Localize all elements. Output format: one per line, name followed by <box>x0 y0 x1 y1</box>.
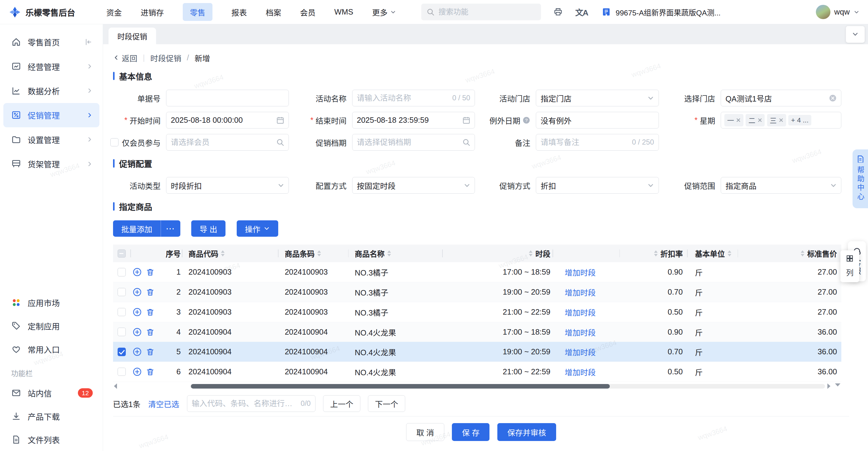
sidebar-item-app-market[interactable]: 应用市场 <box>3 291 99 314</box>
week-tag-more[interactable]: + 4 ... <box>788 115 811 125</box>
global-search[interactable] <box>421 4 541 20</box>
sidebar-item-files[interactable]: 文件列表 <box>3 428 99 451</box>
back-button[interactable]: 返回 <box>113 52 137 63</box>
global-search-input[interactable] <box>438 8 535 17</box>
week-select[interactable]: 一 二 三 + 4 ... <box>721 112 841 128</box>
table-row-selected[interactable]: 5 2024100904 2024100904 NO.4火龙果 19:00 ~ … <box>113 342 842 362</box>
sidebar-item-settings[interactable]: 设置管理 <box>3 127 99 152</box>
add-row-icon[interactable] <box>133 367 142 376</box>
tab-list-dropdown-button[interactable] <box>846 26 865 43</box>
sidebar-item-favorites[interactable]: 常用入口 <box>3 338 99 361</box>
tab-time-promotion[interactable]: 时段促销 <box>108 28 156 44</box>
header-price[interactable]: 标准售价 <box>738 245 842 262</box>
header-code[interactable]: 商品代码 <box>182 245 278 262</box>
sidebar-item-inbox[interactable]: 站内信 12 <box>3 382 99 405</box>
activity-type-select[interactable]: 时段折扣 <box>166 177 289 194</box>
table-row[interactable]: 2 2024100903 2024100903 NO.3橘子 19:00 ~ 2… <box>113 282 842 302</box>
print-button[interactable] <box>553 7 563 17</box>
sidebar-item-home[interactable]: 零售首页 <box>3 30 99 54</box>
sidebar-item-analytics[interactable]: 数据分析 <box>3 79 99 103</box>
sort-icon[interactable] <box>801 250 804 257</box>
collapse-sidebar-icon[interactable] <box>84 38 93 47</box>
delete-row-icon[interactable] <box>146 367 155 376</box>
sort-icon[interactable] <box>654 250 658 257</box>
delete-row-icon[interactable] <box>146 347 155 356</box>
member-input[interactable] <box>171 138 273 147</box>
table-row[interactable]: 6 2024100904 2024100904 NO.4火龙果 21:00 ~ … <box>113 362 842 382</box>
add-period-link[interactable]: 增加时段 <box>565 366 595 377</box>
header-barcode[interactable]: 商品条码 <box>278 245 348 262</box>
activity-name-input[interactable] <box>357 94 449 102</box>
header-time[interactable]: 时段 <box>442 245 553 262</box>
scroll-left-arrow[interactable] <box>114 383 117 389</box>
batch-add-more-button[interactable]: ⋯ <box>161 220 180 237</box>
menu-item-wms[interactable]: WMS <box>334 7 353 17</box>
help-center-float[interactable]: 帮助中心 <box>852 149 868 208</box>
promo-method-select[interactable]: 折扣 <box>536 177 658 194</box>
cancel-button[interactable]: 取 消 <box>406 423 444 441</box>
scrollbar-track[interactable] <box>190 384 825 389</box>
add-row-icon[interactable] <box>133 328 142 336</box>
sort-icon[interactable] <box>221 250 224 257</box>
remove-tag-icon[interactable] <box>779 118 783 122</box>
sidebar-item-shelf[interactable]: 货架管理 <box>3 152 99 176</box>
activity-name-field[interactable]: 0 / 50 <box>352 90 475 107</box>
menu-item-more[interactable]: 更多 <box>372 6 396 18</box>
remark-input[interactable] <box>541 138 629 147</box>
delete-row-icon[interactable] <box>146 308 155 317</box>
row-checkbox[interactable] <box>118 288 126 296</box>
question-icon[interactable] <box>523 116 530 124</box>
row-checkbox[interactable] <box>118 268 126 276</box>
clear-icon[interactable] <box>829 94 837 102</box>
table-row[interactable]: 3 2024100903 2024100903 NO.3橘子 21:00 ~ 2… <box>113 302 842 322</box>
header-name[interactable]: 商品名称 <box>348 245 442 262</box>
sort-icon[interactable] <box>317 250 321 257</box>
sidebar-item-custom-apps[interactable]: 定制应用 <box>3 314 99 338</box>
row-checkbox[interactable] <box>118 368 126 376</box>
store-pick-select[interactable]: QA测试1号店 <box>721 90 841 107</box>
export-button[interactable]: 导 出 <box>191 220 225 237</box>
add-row-icon[interactable] <box>133 268 142 276</box>
start-time-input[interactable] <box>171 116 273 125</box>
company-switcher[interactable]: 99675-A组新界面果蔬版QA测... <box>601 7 721 18</box>
row-checkbox[interactable] <box>118 328 126 336</box>
menu-item-funds[interactable]: 资金 <box>106 6 122 18</box>
scrollbar-thumb[interactable] <box>191 384 610 389</box>
language-button[interactable]: 文A <box>575 6 588 18</box>
scroll-right-arrow[interactable] <box>827 383 830 389</box>
doc-no-input[interactable] <box>171 94 284 102</box>
filter-input[interactable] <box>192 399 298 408</box>
add-period-link[interactable]: 增加时段 <box>565 266 595 278</box>
start-time-picker[interactable] <box>166 112 289 128</box>
action-button[interactable]: 操作 <box>237 220 278 237</box>
member-select[interactable] <box>166 134 289 151</box>
clear-selection-link[interactable]: 清空已选 <box>148 398 179 409</box>
menu-item-inventory[interactable]: 进销存 <box>141 6 164 18</box>
header-discount[interactable]: 折扣率 <box>619 245 687 262</box>
save-button[interactable]: 保 存 <box>452 423 490 441</box>
promo-scope-select[interactable]: 指定商品 <box>721 177 841 194</box>
menu-item-archives[interactable]: 档案 <box>266 6 281 18</box>
remove-tag-icon[interactable] <box>758 118 762 122</box>
add-row-icon[interactable] <box>133 288 142 296</box>
sort-icon[interactable] <box>387 250 391 257</box>
menu-item-reports[interactable]: 报表 <box>231 6 247 18</box>
sort-icon[interactable] <box>728 250 731 257</box>
delete-row-icon[interactable] <box>146 268 155 276</box>
menu-item-retail[interactable]: 零售 <box>183 3 213 21</box>
period-input[interactable] <box>357 138 459 147</box>
scroll-down-arrow[interactable] <box>835 383 840 386</box>
period-select[interactable] <box>352 134 475 151</box>
store-mode-select[interactable]: 指定门店 <box>536 90 658 107</box>
add-row-icon[interactable] <box>133 308 142 317</box>
doc-no-field[interactable] <box>166 90 289 107</box>
exception-date-field[interactable]: 没有例外 <box>536 112 658 128</box>
config-mode-select[interactable]: 按固定时段 <box>352 177 475 194</box>
sidebar-item-promotions[interactable]: 促销管理 <box>3 103 99 127</box>
next-button[interactable]: 下一个 <box>368 395 405 412</box>
add-period-link[interactable]: 增加时段 <box>565 306 595 318</box>
menu-item-members[interactable]: 会员 <box>300 6 315 18</box>
user-menu[interactable]: wqw <box>816 5 859 19</box>
add-period-link[interactable]: 增加时段 <box>565 287 595 298</box>
prev-button[interactable]: 上一个 <box>323 395 360 412</box>
